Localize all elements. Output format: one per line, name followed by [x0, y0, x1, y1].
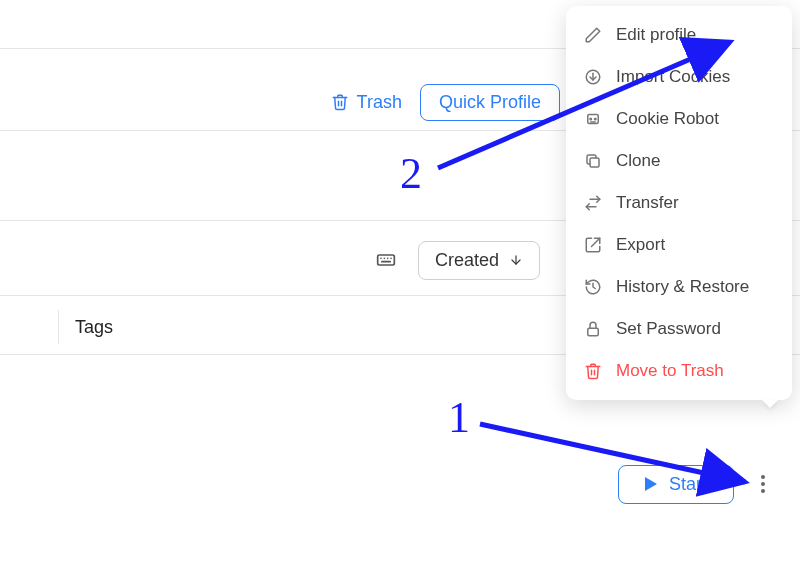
menu-item-set-password[interactable]: Set Password [566, 308, 792, 350]
sort-label: Created [435, 250, 499, 271]
annotation-step-2: 2 [400, 149, 422, 198]
history-icon [584, 278, 602, 296]
svg-point-12 [595, 118, 597, 120]
context-menu: Edit profile Import Cookies Cookie Robot… [566, 6, 792, 400]
sort-button[interactable]: Created [418, 241, 540, 280]
menu-label: Cookie Robot [616, 109, 719, 129]
start-label: Start [669, 474, 707, 495]
svg-marker-7 [645, 477, 657, 491]
menu-item-edit-profile[interactable]: Edit profile [566, 14, 792, 56]
menu-label: Set Password [616, 319, 721, 339]
tags-column-header: Tags [75, 317, 113, 338]
svg-line-17 [592, 238, 600, 246]
copy-icon [584, 152, 602, 170]
menu-item-clone[interactable]: Clone [566, 140, 792, 182]
quick-profile-button[interactable]: Quick Profile [420, 84, 560, 121]
svg-rect-0 [378, 255, 395, 265]
transfer-icon [584, 194, 602, 212]
pencil-icon [584, 26, 602, 44]
quick-profile-label: Quick Profile [439, 92, 541, 113]
menu-label: Transfer [616, 193, 679, 213]
menu-item-export[interactable]: Export [566, 224, 792, 266]
trash-icon [331, 93, 349, 111]
row-actions: Start [0, 454, 800, 514]
svg-point-11 [590, 118, 592, 120]
menu-label: Move to Trash [616, 361, 724, 381]
menu-item-history-restore[interactable]: History & Restore [566, 266, 792, 308]
trash-button[interactable]: Trash [331, 92, 402, 113]
menu-label: History & Restore [616, 277, 749, 297]
menu-item-cookie-robot[interactable]: Cookie Robot [566, 98, 792, 140]
menu-label: Import Cookies [616, 67, 730, 87]
lock-icon [584, 320, 602, 338]
menu-item-import-cookies[interactable]: Import Cookies [566, 56, 792, 98]
more-menu-button[interactable] [752, 468, 774, 500]
menu-label: Export [616, 235, 665, 255]
robot-icon [584, 110, 602, 128]
trash-icon [584, 362, 602, 380]
menu-label: Edit profile [616, 25, 696, 45]
svg-rect-14 [590, 158, 599, 167]
play-icon [645, 477, 657, 491]
menu-item-move-to-trash[interactable]: Move to Trash [566, 350, 792, 392]
annotation-step-1: 1 [448, 393, 470, 442]
download-icon [584, 68, 602, 86]
start-button[interactable]: Start [618, 465, 734, 504]
arrow-down-icon [509, 253, 523, 267]
column-divider [58, 310, 59, 344]
menu-label: Clone [616, 151, 660, 171]
trash-label: Trash [357, 92, 402, 113]
menu-item-transfer[interactable]: Transfer [566, 182, 792, 224]
keyboard-icon[interactable] [376, 250, 396, 270]
svg-rect-18 [588, 328, 599, 336]
export-icon [584, 236, 602, 254]
